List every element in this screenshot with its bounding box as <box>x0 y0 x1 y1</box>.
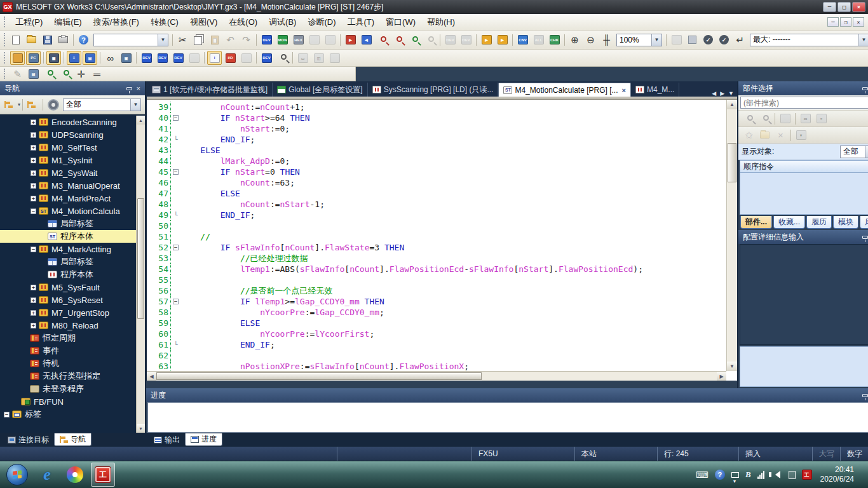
pin-icon[interactable] <box>862 236 868 239</box>
register-to-list-icon[interactable] <box>778 112 792 126</box>
expand-icon[interactable]: + <box>31 297 36 303</box>
menu-H[interactable]: 帮助(H) <box>421 15 461 30</box>
expand-icon[interactable]: + <box>31 183 36 189</box>
copy-button[interactable] <box>191 33 206 47</box>
st-editor[interactable]: 39 nCount:=nCount+1;40− IF nStart>=64 TH… <box>146 97 737 381</box>
doc-tab-M4_MotionCalculate[interactable]: M4_MotionCalculate [PRG] [...× <box>498 83 631 97</box>
find-instruction-button[interactable] <box>391 33 405 47</box>
tree-item-[interactable]: −标签 <box>0 408 145 421</box>
menu-T[interactable]: 工具(T) <box>341 15 380 30</box>
clipboard-tray-icon[interactable] <box>789 471 796 479</box>
code-line-56[interactable]: 56 //是否前一个点已经无效 <box>147 285 726 296</box>
monitor-stop-button[interactable] <box>685 33 700 47</box>
scroll-left-icon[interactable]: ◀ <box>147 372 156 381</box>
tree-item-M3_ManualOperat[interactable]: +M3_ManualOperat <box>0 179 145 192</box>
gx-tray-icon[interactable]: 工 <box>802 470 812 480</box>
edit-mode-button[interactable]: I <box>207 51 222 65</box>
tree-item-M2_SysWait[interactable]: +M2_SysWait <box>0 166 145 179</box>
doc-generation-button[interactable]: ▤ <box>26 67 41 81</box>
convert-button[interactable]: CNV <box>515 33 530 47</box>
code-line-46[interactable]: 46 nCount:=63; <box>147 177 726 188</box>
chevron-down-icon[interactable]: ▼ <box>651 34 661 46</box>
device-monitor-button[interactable]: MON <box>275 33 290 47</box>
display-option-plus-button[interactable]: ✛ <box>74 67 88 81</box>
device-display-button[interactable]: DEV <box>139 51 154 65</box>
code-line-39[interactable]: 39 nCount:=nCount+1; <box>147 102 726 112</box>
tab-输出[interactable]: 输出 <box>149 433 185 446</box>
code-line-52[interactable]: 52− IF sFlawInfo[nCount].FlawState=3 THE… <box>147 242 726 253</box>
collapse-icon[interactable]: − <box>4 412 10 417</box>
minimize-button[interactable]: ─ <box>823 2 836 12</box>
tree-item-M80_Reload[interactable]: +M80_Reload <box>0 319 145 332</box>
expand-icon[interactable]: + <box>31 323 36 329</box>
code-line-45[interactable]: 45− IF nStart=0 THEN <box>147 166 726 177</box>
menu-C[interactable]: 转换(C) <box>145 15 184 30</box>
tree-item-[interactable]: 未登录程序 <box>0 383 145 395</box>
code-line-59[interactable]: 59 ELSE <box>147 318 726 329</box>
tree-item-[interactable]: 局部标签 <box>0 255 145 268</box>
window-tile-button[interactable]: ◫ <box>311 51 326 65</box>
monitor-start-button[interactable] <box>669 33 684 47</box>
tree-item-M0_SelfTest[interactable]: +M0_SelfTest <box>0 141 145 154</box>
zoom-out-button[interactable]: ⊖ <box>583 33 598 47</box>
new-folder-icon[interactable] <box>757 128 772 142</box>
zoom-select-button[interactable] <box>275 51 290 65</box>
code-line-58[interactable]: 58 nYcoorPre:=lGap_CCDY0_mm; <box>147 307 726 318</box>
delete-icon[interactable]: × <box>773 128 788 142</box>
nav-filter-combo[interactable]: 全部 ▼ <box>63 98 141 111</box>
scroll-up-icon[interactable]: ▲ <box>137 116 145 125</box>
expand-icon[interactable]: + <box>31 158 36 163</box>
expand-icon[interactable]: + <box>31 310 36 316</box>
device-list-button[interactable]: DEV <box>459 33 473 47</box>
hex-display-button[interactable]: HEX <box>291 33 306 47</box>
window-cascade-button[interactable]: ▭ <box>295 51 310 65</box>
tree-item-M7_UrgentStop[interactable]: +M7_UrgentStop <box>0 306 145 319</box>
tree-item-UDPScanning[interactable]: +UDPScanning <box>0 128 145 141</box>
progress-output[interactable]: ▲▼ <box>147 402 868 433</box>
cut-button[interactable]: ✂ <box>175 33 190 47</box>
tab-连接目标[interactable]: 连接目标 <box>3 433 54 446</box>
element-tab-[interactable]: 收藏... <box>773 216 805 229</box>
ie-taskbar-icon[interactable]: e <box>35 463 59 487</box>
chevron-down-icon[interactable]: ▼ <box>158 34 168 46</box>
print-button[interactable] <box>56 33 71 47</box>
code-line-41[interactable]: 41 nStart:=0; <box>147 123 726 134</box>
menu-B[interactable]: 调试(B) <box>263 15 302 30</box>
zoom-level-combo[interactable]: 100%▼ <box>616 34 662 46</box>
watch-max-combo[interactable]: 最大: -------▼ <box>750 34 868 46</box>
tab-scroll-icon[interactable]: ▶ <box>720 90 724 97</box>
rebuild-button[interactable]: CHK <box>547 33 562 47</box>
element-tab-[interactable]: 部件... <box>740 216 772 229</box>
io-check-button[interactable]: I/O <box>223 51 238 65</box>
code-line-62[interactable]: 62 <box>147 350 726 361</box>
bookmark-button[interactable]: ▶ <box>495 33 510 47</box>
window-tray-icon[interactable] <box>731 472 739 478</box>
close-panel-icon[interactable]: × <box>137 85 140 92</box>
undo-button[interactable]: ↶ <box>223 33 238 47</box>
taskbar-clock[interactable]: 20:41 2020/6/24 <box>820 465 854 484</box>
tree-item-[interactable]: 局部标签 <box>0 217 145 230</box>
chevron-down-icon[interactable]: ▼ <box>865 146 868 158</box>
window-close-icon[interactable]: × <box>814 112 829 126</box>
doc-tab-1[interactable]: 1 [软元件/缓冲存储器批量监视] <box>147 83 273 97</box>
expand-icon[interactable]: + <box>31 196 36 201</box>
monitor-write-check-button[interactable]: ✓ <box>701 33 715 47</box>
volume-icon[interactable] <box>771 471 782 478</box>
browser-taskbar-icon[interactable] <box>63 463 87 487</box>
scroll-up-icon[interactable]: ▲ <box>727 100 737 109</box>
tree-item-M6_SysReset[interactable]: +M6_SysReset <box>0 294 145 306</box>
tab-scroll-icon[interactable]: ▼ <box>728 90 734 97</box>
save-button[interactable] <box>40 33 55 47</box>
expand-icon[interactable]: + <box>31 170 36 176</box>
device-view-button[interactable]: DEV <box>259 51 274 65</box>
write-to-plc-button[interactable]: ▶ <box>343 33 358 47</box>
code-line-53[interactable]: 53 //已经处理过数据 <box>147 253 726 264</box>
code-line-51[interactable]: 51 // <box>147 231 726 242</box>
menu-P[interactable]: 工程(P) <box>10 15 48 30</box>
find-string-button[interactable] <box>407 33 421 47</box>
edit-label-button[interactable]: ✎ <box>10 67 25 81</box>
pin-icon[interactable] <box>126 87 132 90</box>
bluetooth-icon[interactable]: B <box>745 470 751 480</box>
close-button[interactable]: × <box>852 2 865 12</box>
find-previous-icon[interactable] <box>742 112 756 126</box>
